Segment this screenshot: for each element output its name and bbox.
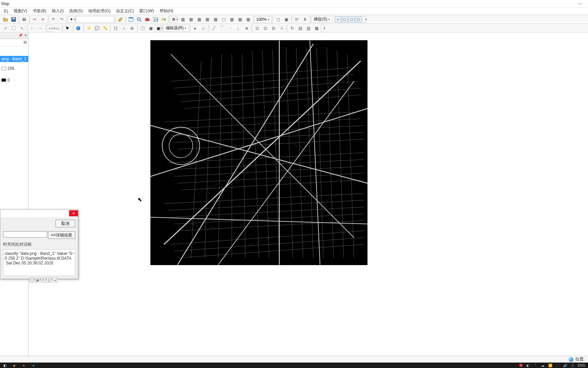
editor-menu-dropdown[interactable]: 编辑器(R) xyxy=(163,25,189,32)
pause-tab[interactable]: ‖ xyxy=(47,278,51,282)
create-viewer-icon[interactable]: ▣ xyxy=(147,25,154,32)
zoom-in-icon[interactable]: ⤢ xyxy=(2,25,9,32)
open-button[interactable] xyxy=(2,16,9,23)
dialog-titlebar[interactable]: ✕ xyxy=(0,210,78,217)
redo-button[interactable]: ↷ xyxy=(58,16,65,23)
dialog-cancel-button[interactable]: 取消 xyxy=(55,220,75,227)
tray-volume-icon[interactable]: 🔊 xyxy=(563,363,568,368)
tray-network-icon[interactable]: 📶 xyxy=(548,363,553,368)
layout-grid3-icon[interactable]: ▦ xyxy=(195,16,203,23)
time-slider-icon[interactable]: 🕐 xyxy=(139,25,146,32)
taskbar-firefox-icon[interactable]: ● xyxy=(19,363,29,368)
minimize-button[interactable]: — xyxy=(572,0,588,7)
layout-grid2-icon[interactable]: ▦ xyxy=(187,16,195,23)
editor-toolbar-icon[interactable] xyxy=(117,16,124,23)
tool-mode-dropdown[interactable]: ⚙ xyxy=(170,16,176,23)
midpoint-icon[interactable]: ⋇ xyxy=(243,25,250,32)
cut-button[interactable]: ✂ xyxy=(31,16,38,23)
clear-selection-icon[interactable]: ▭ xyxy=(53,25,61,32)
toc-layer-selected[interactable]: .png - Band_1 xyxy=(0,56,28,62)
toc-pin-icon[interactable]: 📌 xyxy=(18,34,22,38)
dialog-details-button[interactable]: <<详细信息 xyxy=(48,231,75,239)
map-scale-input[interactable] xyxy=(77,16,114,23)
measure-tool-icon[interactable]: 📏 xyxy=(101,25,109,32)
snap-more-dropdown[interactable] xyxy=(362,16,366,23)
data-view-icon[interactable]: ▢ xyxy=(274,16,282,23)
menu-windows[interactable]: 窗口(W) xyxy=(136,7,157,15)
print-button[interactable] xyxy=(20,16,28,23)
attributes-icon[interactable]: ▤ xyxy=(297,25,304,32)
pointer-tool-icon[interactable] xyxy=(64,25,71,32)
zoom-percent-dropdown[interactable]: 100% xyxy=(255,16,272,23)
layout-view-icon[interactable]: ▣ xyxy=(282,16,290,23)
dialog-log-output[interactable]: classify "data.png - Band_1" Value "0 0 … xyxy=(3,249,75,276)
select-tool-dropdown[interactable]: ▭ xyxy=(47,25,53,32)
tray-sync-icon[interactable]: ◐ xyxy=(525,363,530,368)
tray-language[interactable]: ENG xyxy=(578,363,585,368)
create-features-icon[interactable]: ▦ xyxy=(313,25,321,32)
model-builder-icon[interactable] xyxy=(160,16,167,23)
menu-file[interactable]: E) xyxy=(1,8,11,14)
editor-more-dropdown[interactable] xyxy=(321,25,324,32)
edit-tool-icon[interactable]: ▸ xyxy=(192,25,199,32)
viewer-dropdown[interactable]: ▣ xyxy=(155,25,161,32)
tray-cloud-icon[interactable]: ☁ xyxy=(540,363,545,368)
cut-polygons-icon[interactable]: ⊟ xyxy=(270,25,277,32)
find-route-icon[interactable]: ⟐ xyxy=(120,25,128,32)
snap-end-icon[interactable]: □ xyxy=(342,16,348,22)
edit-annotation-icon[interactable]: ▹ xyxy=(200,25,207,32)
html-popup-icon[interactable]: 💬 xyxy=(93,25,101,32)
menu-geoprocessing[interactable]: 地理处理(G) xyxy=(85,7,113,15)
layout-grid8-icon[interactable]: ▦ xyxy=(244,16,252,23)
tray-wifi-icon[interactable]: ⋰ xyxy=(555,363,560,368)
prev-extent-icon[interactable]: ← xyxy=(29,25,36,32)
tray-battery-icon[interactable]: ▯ xyxy=(570,363,575,368)
reshape-icon[interactable]: ⊡ xyxy=(262,25,269,32)
refresh-tab[interactable]: ⟳ xyxy=(41,278,46,282)
snap-dropdown[interactable]: 捕捉(S) xyxy=(311,16,332,23)
snap-edge-icon[interactable]: □ xyxy=(355,16,361,22)
layout-grid4-icon[interactable]: ▦ xyxy=(203,16,211,23)
add-data-dropdown[interactable]: ✦ xyxy=(68,16,74,23)
identify-tool-icon[interactable]: i xyxy=(75,25,82,32)
taskbar-start-icon[interactable]: ◧ xyxy=(0,363,10,368)
undo-button[interactable]: ↶ xyxy=(50,16,57,23)
right-angle-icon[interactable]: ∟ xyxy=(235,25,242,32)
layout-grid6-icon[interactable]: ▦ xyxy=(228,16,235,23)
layout-grid7-icon[interactable]: ▦ xyxy=(236,16,244,23)
snap-point-icon[interactable]: ○ xyxy=(335,16,341,22)
menu-bookmarks[interactable]: 书签(B) xyxy=(30,7,49,15)
menu-selection[interactable]: 选择(S) xyxy=(66,7,85,15)
catalog-window-icon[interactable] xyxy=(127,16,135,23)
menu-help[interactable]: 帮助(H) xyxy=(157,7,176,15)
layout-single-icon[interactable]: ▢ xyxy=(220,16,227,23)
refresh-icon[interactable]: ⟳ xyxy=(293,16,300,23)
taskbar-arcmap-icon[interactable]: ● xyxy=(29,363,38,368)
split-tool-icon[interactable]: ⊹ xyxy=(278,25,285,32)
zoom-out-icon[interactable]: ⤡ xyxy=(18,25,26,32)
find-tool-icon[interactable] xyxy=(112,25,119,32)
taskbar-app1-icon[interactable]: ◆ xyxy=(10,363,19,368)
sketch-props-icon[interactable]: ▥ xyxy=(305,25,312,32)
menu-insert[interactable]: 插入(I) xyxy=(49,7,66,15)
map-display[interactable]: ⬉ xyxy=(29,33,588,360)
save-button[interactable] xyxy=(10,16,17,23)
toolbox-window-icon[interactable] xyxy=(144,16,151,23)
trace-tool-icon[interactable]: ⟋ xyxy=(227,25,234,32)
tray-chevron-up-icon[interactable]: ˄ xyxy=(533,363,538,368)
layout-grid-icon[interactable]: ▦ xyxy=(179,16,186,23)
search-window-icon[interactable] xyxy=(135,16,143,23)
arc-segment-icon[interactable]: ⌒ xyxy=(218,25,226,32)
menu-customize[interactable]: 自定义(C) xyxy=(113,7,137,15)
tray-record-icon[interactable] xyxy=(519,364,523,367)
delete-button[interactable]: ✕ xyxy=(39,16,47,23)
layout-view-tab[interactable]: ▣ xyxy=(35,278,40,282)
rotate-tool-icon[interactable]: ↻ xyxy=(289,25,296,32)
dialog-close-button[interactable]: ✕ xyxy=(69,210,78,216)
snap-vertex-icon[interactable]: □ xyxy=(348,16,355,22)
toc-list-by-drawing-icon[interactable]: ▤ xyxy=(23,41,27,45)
layout-grid5-icon[interactable]: ▦ xyxy=(212,16,219,23)
prev-tab[interactable]: ◂ xyxy=(52,278,57,282)
full-extent-icon[interactable]: ⛶ xyxy=(10,25,17,32)
hyperlink-tool-icon[interactable]: ⚡ xyxy=(85,25,93,32)
